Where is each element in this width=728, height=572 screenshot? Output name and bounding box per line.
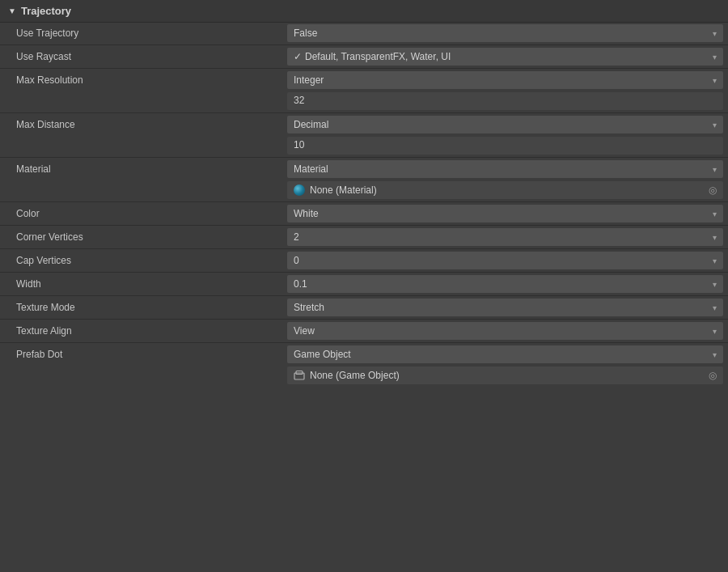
material-object-field[interactable]: None (Material) ◎ bbox=[287, 181, 723, 199]
prefab-dot-object-text: None (Game Object) bbox=[310, 370, 400, 381]
gameobject-picker-icon[interactable]: ◎ bbox=[709, 370, 717, 381]
max-distance-arrow: ▾ bbox=[713, 121, 717, 129]
panel-title: Trajectory bbox=[21, 5, 71, 17]
sep-9 bbox=[0, 295, 728, 296]
sep-7 bbox=[0, 248, 728, 249]
width-arrow: ▾ bbox=[713, 280, 717, 289]
collapse-icon[interactable]: ▼ bbox=[8, 6, 16, 15]
use-trajectory-arrow: ▾ bbox=[713, 29, 717, 38]
prefab-dot-object-row: None (Game Object) ◎ bbox=[0, 365, 728, 386]
prefab-dot-object-value: None (Game Object) ◎ bbox=[287, 367, 728, 384]
corner-vertices-row: Corner Vertices 2 ▾ bbox=[0, 227, 728, 248]
max-distance-input-value: 10 bbox=[287, 137, 728, 155]
max-distance-input[interactable]: 10 bbox=[287, 137, 723, 155]
sep-8 bbox=[0, 272, 728, 273]
texture-mode-dropdown-text: Stretch bbox=[294, 302, 713, 313]
corner-vertices-dropdown-text: 2 bbox=[294, 231, 713, 243]
max-distance-input-row: 10 bbox=[0, 135, 728, 156]
material-row: Material Material ▾ bbox=[0, 159, 728, 180]
sep-5 bbox=[0, 201, 728, 202]
width-label: Width bbox=[0, 278, 287, 290]
cap-vertices-row: Cap Vertices 0 ▾ bbox=[0, 250, 728, 271]
corner-vertices-value: 2 ▾ bbox=[287, 228, 728, 246]
color-value: White ▾ bbox=[287, 205, 728, 222]
raycast-checkmark: ✓ bbox=[294, 51, 302, 62]
max-resolution-input[interactable]: 32 bbox=[287, 92, 723, 110]
material-arrow: ▾ bbox=[713, 165, 717, 174]
material-icon bbox=[294, 184, 305, 196]
cap-vertices-arrow: ▾ bbox=[713, 256, 717, 265]
max-resolution-input-value: 32 bbox=[287, 92, 728, 110]
max-resolution-label: Max Resolution bbox=[0, 74, 287, 86]
max-distance-label: Max Distance bbox=[0, 119, 287, 130]
texture-align-row: Texture Align View ▾ bbox=[0, 320, 728, 341]
material-dropdown[interactable]: Material ▾ bbox=[287, 160, 723, 178]
prefab-dot-dropdown-text: Game Object bbox=[294, 349, 713, 360]
material-object-value: None (Material) ◎ bbox=[287, 181, 728, 199]
material-dropdown-text: Material bbox=[294, 163, 713, 175]
trajectory-panel: ▼ Trajectory Use Trajectory False ▾ Use … bbox=[0, 0, 728, 386]
material-object-text: None (Material) bbox=[310, 184, 377, 196]
prefab-dot-value: Game Object ▾ bbox=[287, 345, 728, 363]
max-distance-dropdown[interactable]: Decimal ▾ bbox=[287, 116, 723, 133]
texture-align-value: View ▾ bbox=[287, 322, 728, 340]
use-raycast-dropdown-text: Default, TransparentFX, Water, UI bbox=[305, 51, 713, 62]
texture-align-label: Texture Align bbox=[0, 325, 287, 337]
width-row: Width 0.1 ▾ bbox=[0, 273, 728, 294]
color-dropdown[interactable]: White ▾ bbox=[287, 205, 723, 222]
prefab-dot-object-field[interactable]: None (Game Object) ◎ bbox=[287, 367, 723, 384]
sep-11 bbox=[0, 342, 728, 343]
cap-vertices-dropdown-text: 0 bbox=[294, 255, 713, 266]
max-resolution-row: Max Resolution Integer ▾ bbox=[0, 70, 728, 91]
use-raycast-label: Use Raycast bbox=[0, 51, 287, 62]
use-trajectory-label: Use Trajectory bbox=[0, 28, 287, 39]
prefab-dot-dropdown[interactable]: Game Object ▾ bbox=[287, 345, 723, 363]
width-dropdown[interactable]: 0.1 ▾ bbox=[287, 275, 723, 293]
texture-mode-label: Texture Mode bbox=[0, 302, 287, 313]
panel-header[interactable]: ▼ Trajectory bbox=[0, 0, 728, 23]
texture-align-dropdown[interactable]: View ▾ bbox=[287, 322, 723, 340]
texture-mode-value: Stretch ▾ bbox=[287, 299, 728, 316]
max-resolution-arrow: ▾ bbox=[713, 76, 717, 85]
texture-mode-dropdown[interactable]: Stretch ▾ bbox=[287, 299, 723, 316]
use-raycast-value: ✓ Default, TransparentFX, Water, UI ▾ bbox=[287, 48, 728, 66]
cap-vertices-value: 0 ▾ bbox=[287, 252, 728, 269]
sep-4 bbox=[0, 157, 728, 158]
texture-mode-arrow: ▾ bbox=[713, 303, 717, 312]
use-raycast-arrow: ▾ bbox=[713, 53, 717, 61]
max-distance-dropdown-text: Decimal bbox=[294, 119, 713, 130]
color-dropdown-text: White bbox=[294, 208, 713, 219]
sep-2 bbox=[0, 68, 728, 69]
width-value: 0.1 ▾ bbox=[287, 275, 728, 293]
use-raycast-dropdown[interactable]: ✓ Default, TransparentFX, Water, UI ▾ bbox=[287, 48, 723, 66]
max-resolution-input-row: 32 bbox=[0, 91, 728, 112]
texture-align-dropdown-text: View bbox=[294, 325, 713, 337]
material-picker-icon[interactable]: ◎ bbox=[709, 184, 717, 196]
material-object-row: None (Material) ◎ bbox=[0, 180, 728, 201]
use-raycast-row: Use Raycast ✓ Default, TransparentFX, Wa… bbox=[0, 46, 728, 67]
prefab-dot-row: Prefab Dot Game Object ▾ bbox=[0, 344, 728, 365]
corner-vertices-arrow: ▾ bbox=[713, 233, 717, 242]
texture-align-arrow: ▾ bbox=[713, 327, 717, 336]
sep-1 bbox=[0, 44, 728, 45]
use-trajectory-value: False ▾ bbox=[287, 24, 728, 42]
sep-6 bbox=[0, 225, 728, 226]
material-label: Material bbox=[0, 163, 287, 175]
use-trajectory-row: Use Trajectory False ▾ bbox=[0, 23, 728, 44]
prefab-dot-label: Prefab Dot bbox=[0, 349, 287, 360]
color-row: Color White ▾ bbox=[0, 203, 728, 224]
gameobject-icon bbox=[294, 370, 305, 381]
corner-vertices-dropdown[interactable]: 2 ▾ bbox=[287, 228, 723, 246]
sep-3 bbox=[0, 112, 728, 113]
use-trajectory-dropdown[interactable]: False ▾ bbox=[287, 24, 723, 42]
max-resolution-dropdown[interactable]: Integer ▾ bbox=[287, 71, 723, 89]
sep-10 bbox=[0, 319, 728, 320]
color-label: Color bbox=[0, 208, 287, 219]
use-trajectory-dropdown-text: False bbox=[294, 28, 713, 39]
corner-vertices-label: Corner Vertices bbox=[0, 231, 287, 243]
texture-mode-row: Texture Mode Stretch ▾ bbox=[0, 297, 728, 318]
max-resolution-dropdown-text: Integer bbox=[294, 74, 713, 86]
width-dropdown-text: 0.1 bbox=[294, 278, 713, 290]
max-resolution-value: Integer ▾ bbox=[287, 71, 728, 89]
cap-vertices-dropdown[interactable]: 0 ▾ bbox=[287, 252, 723, 269]
